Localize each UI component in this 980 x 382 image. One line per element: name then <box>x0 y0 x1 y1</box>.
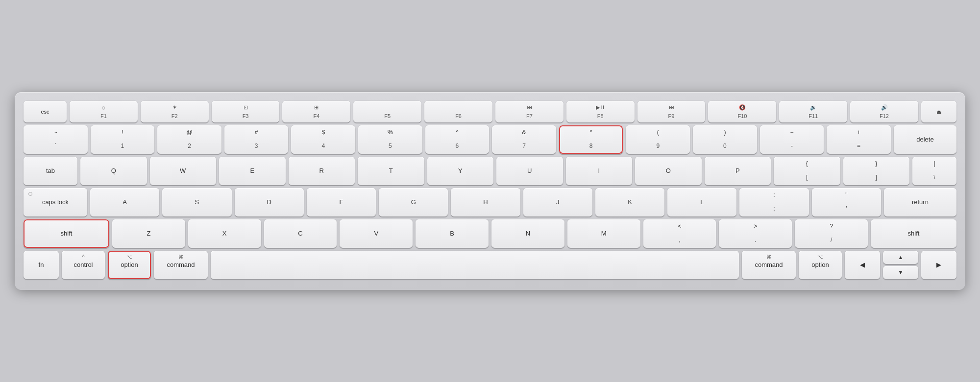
key-9[interactable]: ( 9 <box>626 125 690 154</box>
key-s[interactable]: S <box>162 188 231 216</box>
key-shift-left[interactable]: shift <box>24 219 109 248</box>
key-lbracket[interactable]: { [ <box>774 157 840 185</box>
key-f6[interactable]: F6 <box>424 101 492 122</box>
key-w[interactable]: W <box>150 157 217 185</box>
key-command-left[interactable]: ⌘ command <box>154 251 208 279</box>
key-r[interactable]: R <box>289 157 355 185</box>
zxcv-row: shift Z X C V B N M < , > . ? / shift <box>24 219 956 248</box>
key-m[interactable]: M <box>567 219 640 248</box>
key-f8[interactable]: ▶⏸ F8 <box>566 101 635 122</box>
key-slash[interactable]: ? / <box>795 219 868 248</box>
key-f1[interactable]: ☼ F1 <box>70 101 138 122</box>
key-j[interactable]: J <box>523 188 592 216</box>
key-option-right[interactable]: ⌥ option <box>799 251 842 279</box>
key-f[interactable]: F <box>307 188 376 216</box>
qwerty-row: tab Q W E R T Y U I O P { [ } ] | \ <box>24 157 956 185</box>
key-capslock[interactable]: caps lock <box>24 188 87 216</box>
key-f9[interactable]: ⏭ F9 <box>637 101 706 122</box>
key-fn[interactable]: fn <box>24 251 59 279</box>
key-x[interactable]: X <box>188 219 261 248</box>
key-arrow-right[interactable]: ▶ <box>921 251 956 279</box>
number-row: ~ ` ! 1 @ 2 # 3 $ 4 % 5 ^ 6 & 7 <box>24 125 956 154</box>
key-delete[interactable]: delete <box>894 125 956 154</box>
key-c[interactable]: C <box>264 219 337 248</box>
key-b[interactable]: B <box>416 219 489 248</box>
key-5[interactable]: % 5 <box>358 125 422 154</box>
key-g[interactable]: G <box>379 188 448 216</box>
key-1[interactable]: ! 1 <box>91 125 155 154</box>
key-o[interactable]: O <box>635 157 702 185</box>
key-semicolon[interactable]: : ; <box>739 188 808 216</box>
key-arrow-left[interactable]: ◀ <box>845 251 880 279</box>
key-equals[interactable]: + = <box>827 125 891 154</box>
key-y[interactable]: Y <box>427 157 494 185</box>
key-e[interactable]: E <box>219 157 286 185</box>
key-7[interactable]: & 7 <box>492 125 556 154</box>
key-space[interactable] <box>211 251 739 279</box>
key-h[interactable]: H <box>451 188 520 216</box>
key-minus[interactable]: − - <box>760 125 824 154</box>
key-n[interactable]: N <box>491 219 564 248</box>
key-period[interactable]: > . <box>719 219 792 248</box>
arrow-ud-group: ▲ ▼ <box>883 251 918 279</box>
key-f12[interactable]: 🔊 F12 <box>850 101 918 122</box>
key-option-left[interactable]: ⌥ option <box>108 251 151 279</box>
key-a[interactable]: A <box>90 188 159 216</box>
key-k[interactable]: K <box>595 188 664 216</box>
key-3[interactable]: # 3 <box>224 125 289 154</box>
key-f10[interactable]: 🔇 F10 <box>708 101 776 122</box>
key-6[interactable]: ^ 6 <box>425 125 490 154</box>
key-z[interactable]: Z <box>112 219 185 248</box>
key-rbracket[interactable]: } ] <box>843 157 910 185</box>
key-f5[interactable]: F5 <box>353 101 421 122</box>
key-shift-right[interactable]: shift <box>871 219 956 248</box>
bottom-row: fn ^ control ⌥ option ⌘ command ⌘ comman… <box>24 251 956 279</box>
key-esc[interactable]: esc <box>24 101 67 122</box>
key-q[interactable]: Q <box>80 157 147 185</box>
key-2[interactable]: @ 2 <box>157 125 221 154</box>
key-4[interactable]: $ 4 <box>291 125 355 154</box>
asdf-row: caps lock A S D F G H J K L : ; " ' retu… <box>24 188 956 216</box>
key-eject[interactable]: ⏏ <box>921 101 956 122</box>
key-f2[interactable]: ✶ F2 <box>141 101 209 122</box>
key-command-right[interactable]: ⌘ command <box>742 251 796 279</box>
fn-row: esc ☼ F1 ✶ F2 ⊡ F3 ⊞ F4 F5 F6 ⏮ F7 ▶⏸ <box>24 101 956 122</box>
key-f4[interactable]: ⊞ F4 <box>282 101 350 122</box>
key-comma[interactable]: < , <box>643 219 716 248</box>
key-f7[interactable]: ⏮ F7 <box>495 101 564 122</box>
key-v[interactable]: V <box>340 219 413 248</box>
key-quote[interactable]: " ' <box>812 188 881 216</box>
key-f3[interactable]: ⊡ F3 <box>212 101 280 122</box>
key-tab[interactable]: tab <box>24 157 77 185</box>
key-arrow-down[interactable]: ▼ <box>883 266 918 279</box>
key-u[interactable]: U <box>496 157 563 185</box>
key-p[interactable]: P <box>705 157 771 185</box>
key-d[interactable]: D <box>235 188 304 216</box>
key-control[interactable]: ^ control <box>62 251 105 279</box>
key-l[interactable]: L <box>667 188 736 216</box>
key-tilde[interactable]: ~ ` <box>24 125 88 154</box>
key-f11[interactable]: 🔉 F11 <box>779 101 847 122</box>
key-backslash[interactable]: | \ <box>912 157 956 185</box>
key-arrow-up[interactable]: ▲ <box>883 251 918 264</box>
key-i[interactable]: I <box>566 157 633 185</box>
key-t[interactable]: T <box>358 157 424 185</box>
key-0[interactable]: ) 0 <box>693 125 757 154</box>
key-return[interactable]: return <box>884 188 956 216</box>
keyboard: esc ☼ F1 ✶ F2 ⊡ F3 ⊞ F4 F5 F6 ⏮ F7 ▶⏸ <box>15 92 965 290</box>
key-8[interactable]: * 8 <box>559 125 623 154</box>
